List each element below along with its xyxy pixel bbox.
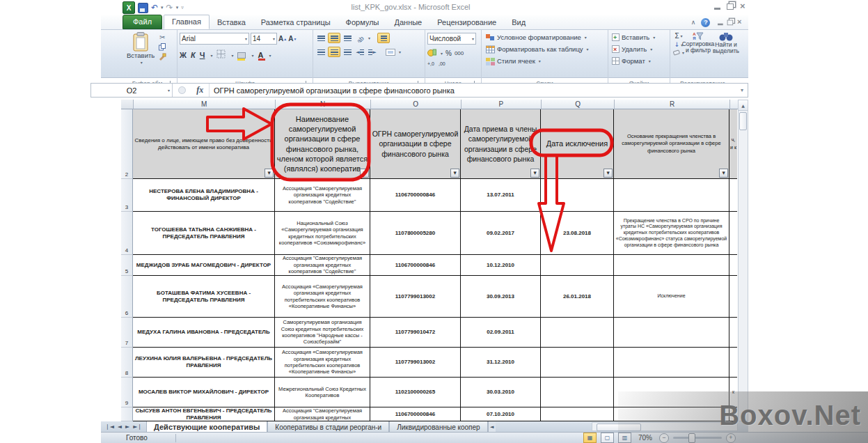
vertical-scroll-thumb[interactable] bbox=[739, 112, 747, 130]
filter-icon[interactable]: ▼ bbox=[719, 169, 728, 178]
row-header[interactable]: 7 bbox=[121, 318, 133, 348]
vertical-scrollbar[interactable]: ▲ bbox=[738, 100, 748, 421]
column-letter-m[interactable]: M bbox=[134, 100, 276, 109]
increase-indent-icon[interactable]: ► bbox=[367, 47, 378, 56]
cell-q[interactable] bbox=[541, 179, 614, 212]
row-header[interactable] bbox=[121, 407, 133, 421]
align-bottom-icon[interactable] bbox=[342, 33, 353, 42]
align-center-icon[interactable] bbox=[328, 47, 340, 57]
cell-n[interactable]: Межрегиональный Союз Кредитных Кооперати… bbox=[275, 378, 370, 407]
font-size-select[interactable]: 14▾ bbox=[251, 33, 277, 45]
cell-o[interactable]: 1106700000846 bbox=[370, 255, 461, 276]
header-cell-p[interactable]: Дата приема в члены саморегулируемой орг… bbox=[461, 109, 541, 179]
header-cell-q[interactable]: Дата исключения▼ bbox=[541, 109, 614, 179]
wrap-text-icon[interactable] bbox=[377, 33, 390, 43]
first-sheet-icon[interactable]: ❘◄ bbox=[105, 423, 114, 430]
minimize-icon[interactable] bbox=[714, 8, 720, 10]
tab-data[interactable]: Данные bbox=[386, 16, 429, 29]
cell-m[interactable]: НЕСТЕРОВА ЕЛЕНА ВЛАДИМИРОВНА - ФИНАНСОВЫ… bbox=[133, 179, 275, 212]
row-header[interactable]: 6 bbox=[121, 276, 133, 318]
row-header[interactable]: 8 bbox=[121, 348, 133, 378]
merge-center-icon[interactable] bbox=[385, 47, 396, 56]
filter-icon[interactable]: ▼ bbox=[265, 169, 274, 178]
cell-q[interactable] bbox=[541, 255, 614, 276]
font-family-select[interactable]: Arial▾ bbox=[180, 33, 249, 45]
cell-s[interactable] bbox=[729, 318, 737, 348]
tab-insert[interactable]: Вставка bbox=[210, 16, 253, 29]
name-box[interactable]: O2▾ bbox=[91, 84, 173, 97]
cell-r[interactable] bbox=[614, 348, 729, 378]
cell-r[interactable]: Прекращение членства в СРО по причине ут… bbox=[614, 212, 729, 255]
help-icon[interactable]: ? bbox=[701, 18, 710, 27]
formula-text[interactable]: ОГРН саморегулируемой организации в сфер… bbox=[210, 86, 736, 95]
cell-o[interactable]: 1107799010472 bbox=[370, 318, 461, 348]
column-letter-p[interactable]: P bbox=[461, 100, 542, 109]
comma-style-button[interactable]: 000 bbox=[455, 50, 464, 56]
qat-customize-icon[interactable]: ▿ bbox=[181, 5, 184, 10]
column-letter-o[interactable]: O bbox=[371, 100, 461, 109]
cell-q[interactable] bbox=[541, 378, 614, 407]
orientation-icon[interactable]: ab bbox=[354, 33, 365, 42]
column-letter-n[interactable]: N bbox=[276, 100, 371, 109]
header-cell-n[interactable]: Наименование саморегулируемой организаци… bbox=[275, 109, 370, 179]
increase-decimal-icon[interactable]: +,0 bbox=[427, 61, 434, 66]
cell-s[interactable] bbox=[729, 276, 737, 318]
row-header[interactable]: 9 bbox=[121, 378, 133, 407]
tab-review[interactable]: Рецензирование bbox=[429, 16, 504, 29]
cell-m[interactable]: МЕДУХА ГАЛИНА ИВАНОВНА - ПРЕДСЕДАТЕЛЬ bbox=[133, 318, 275, 348]
redo-icon[interactable]: ↷ bbox=[166, 3, 173, 13]
delete-cells-button[interactable]: × Удалить▾ bbox=[612, 43, 668, 55]
decrease-indent-icon[interactable]: ◄ bbox=[354, 47, 365, 56]
doc-minimize-icon[interactable] bbox=[718, 24, 723, 26]
cell-n[interactable]: Ассоциация "Саморегулируемая организация… bbox=[275, 255, 370, 276]
cell-m[interactable]: ТОГОШЕЕВА ТАТЬЯНА САНЖИЕВНА - ПРЕДСЕДАТЕ… bbox=[133, 212, 275, 255]
accounting-format-icon[interactable] bbox=[427, 47, 436, 59]
format-as-table-button[interactable]: Форматировать как таблицу▾ bbox=[486, 43, 606, 55]
row-header[interactable]: 3 bbox=[121, 179, 133, 212]
tab-view[interactable]: Вид bbox=[504, 16, 533, 29]
prev-sheet-icon[interactable]: ◄ bbox=[118, 423, 122, 430]
merge-dropdown-icon[interactable]: ▾ bbox=[399, 49, 401, 54]
cell-r[interactable] bbox=[614, 179, 729, 212]
align-right-icon[interactable] bbox=[342, 47, 353, 56]
cell-s[interactable] bbox=[729, 212, 737, 255]
restore-icon[interactable] bbox=[727, 3, 734, 10]
tab-scroll-split-icon[interactable]: ◄ bbox=[488, 421, 496, 432]
header-cell-partial[interactable]: ч, и к bbox=[729, 109, 737, 179]
cell-q[interactable] bbox=[541, 318, 614, 348]
row-header-2[interactable]: 2 bbox=[121, 109, 133, 179]
row-header[interactable]: 5 bbox=[121, 255, 133, 276]
sheet-tab-active[interactable]: Действующие кооперативы bbox=[146, 421, 267, 432]
header-cell-r[interactable]: Основание прекращения членства в саморег… bbox=[614, 109, 729, 179]
tab-home[interactable]: Главная bbox=[164, 15, 210, 29]
cell-n[interactable]: Ассоциация "Саморегулируемая организация… bbox=[275, 179, 370, 212]
number-format-select[interactable]: Числовой▾ bbox=[427, 33, 476, 45]
underline-button[interactable]: Ч bbox=[200, 51, 205, 59]
sheet-tab-reorg[interactable]: Кооперативы в стадии реорган-и bbox=[267, 421, 389, 432]
cell-p[interactable]: 31.12.2010 bbox=[461, 348, 541, 378]
cell-s[interactable] bbox=[729, 179, 737, 212]
autosum-button[interactable]: Σ▾ bbox=[673, 32, 684, 40]
cell-s[interactable] bbox=[729, 348, 737, 378]
fill-color-dropdown-icon[interactable]: ▾ bbox=[251, 53, 253, 58]
format-painter-icon[interactable] bbox=[157, 52, 168, 61]
cell-q[interactable]: 23.08.2018 bbox=[541, 212, 614, 255]
formula-bar-expand-icon[interactable]: ▾ bbox=[736, 87, 748, 93]
close-icon[interactable]: × bbox=[740, 3, 745, 10]
cell-m[interactable]: БОТАШЕВА ФАТИМА ХУСЕЕВНА - ПРЕДСЕДАТЕЛЬ … bbox=[133, 276, 275, 318]
filter-icon[interactable]: ▼ bbox=[530, 169, 539, 178]
accounting-dropdown-icon[interactable]: ▾ bbox=[441, 51, 443, 56]
cell-m[interactable]: МЕДЖИДОВ ЗУРАБ МАГОМЕДОВИЧ - ДИРЕКТОР bbox=[133, 255, 275, 276]
cell-p[interactable]: 30.03.2010 bbox=[461, 378, 541, 407]
cell-r[interactable] bbox=[614, 255, 729, 276]
cell-p[interactable]: 09.02.2017 bbox=[461, 212, 541, 255]
paste-button[interactable]: Вставить ▾ bbox=[125, 31, 157, 65]
align-top-icon[interactable] bbox=[315, 33, 326, 42]
cut-icon[interactable]: ✂ bbox=[157, 33, 168, 42]
cell-n[interactable]: Национальный Союз «Саморегулируемая орга… bbox=[275, 212, 370, 255]
tab-formulas[interactable]: Формулы bbox=[338, 16, 387, 29]
filter-icon[interactable]: ▼ bbox=[360, 169, 369, 178]
sheet-tab-liquidated[interactable]: Ликвидированные коопер bbox=[389, 421, 487, 432]
filter-icon[interactable]: ▼ bbox=[603, 169, 613, 178]
cell-q[interactable]: 26.01.2018 bbox=[541, 276, 614, 318]
